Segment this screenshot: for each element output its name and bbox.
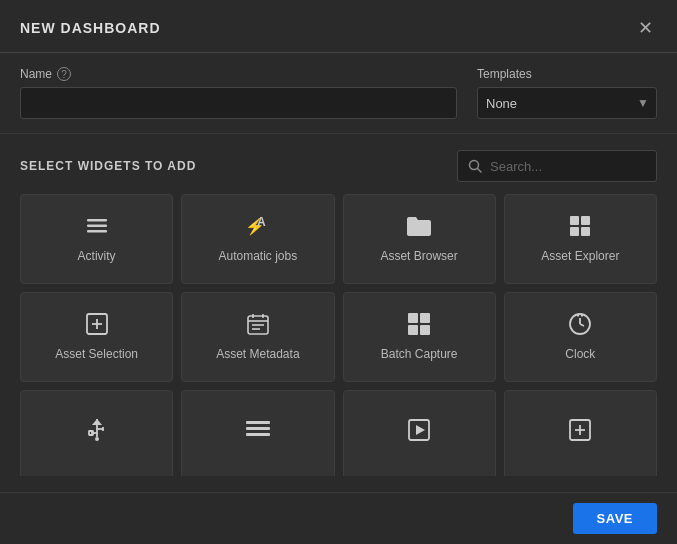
widget-batch-capture[interactable]: Batch Capture [343,292,496,382]
svg-line-1 [478,169,482,173]
svg-line-26 [580,324,584,326]
templates-label: Templates [477,67,657,81]
name-label: Name ? [20,67,457,81]
plus-box-icon [566,416,594,444]
svg-marker-41 [416,425,425,435]
widget-asset-selection[interactable]: Asset Selection [20,292,173,382]
widget-asset-browser[interactable]: Asset Browser [343,194,496,284]
add-square-icon [83,311,111,337]
widget-batch-capture-label: Batch Capture [381,347,458,363]
svg-marker-30 [92,419,102,425]
svg-text:A: A [257,215,266,229]
close-button[interactable]: ✕ [633,16,657,40]
svg-rect-36 [246,421,270,424]
auto-icon: ⚡ A [244,213,272,239]
widget-asset-metadata[interactable]: Asset Metadata [181,292,334,382]
lines-icon [83,213,111,239]
search-box [457,150,657,182]
svg-point-35 [95,437,99,441]
widget-plus-box[interactable] [504,390,657,476]
lines2-icon [244,416,272,444]
templates-select[interactable]: None Default Custom [477,87,657,119]
svg-rect-23 [420,325,430,335]
help-icon[interactable]: ? [57,67,71,81]
widgets-header: SELECT WIDGETS TO ADD [20,150,657,182]
widgets-section-title: SELECT WIDGETS TO ADD [20,159,196,173]
folder-icon [405,213,433,239]
widget-activity-label: Activity [78,249,116,265]
modal-title: NEW DASHBOARD [20,20,161,36]
svg-rect-7 [570,216,579,225]
clock-icon [566,311,594,337]
widget-usb[interactable] [20,390,173,476]
widgets-section: SELECT WIDGETS TO ADD [0,134,677,492]
usb-icon [83,416,111,444]
widget-asset-explorer-label: Asset Explorer [541,249,619,265]
svg-rect-38 [246,433,270,436]
svg-rect-4 [87,230,107,233]
grid4-icon [566,213,594,239]
new-dashboard-modal: NEW DASHBOARD ✕ Name ? Templates None De… [0,0,677,544]
modal-header: NEW DASHBOARD ✕ [0,0,677,53]
name-input[interactable] [20,87,457,119]
svg-rect-8 [581,216,590,225]
template-group: Templates None Default Custom ▼ [477,67,657,119]
widget-asset-selection-label: Asset Selection [55,347,138,363]
search-input[interactable] [490,159,646,174]
svg-rect-3 [87,225,107,228]
name-group: Name ? [20,67,457,119]
widgets-grid: Activity ⚡ A Automatic jobs [20,194,657,476]
grid-plus-icon [405,311,433,337]
widget-automatic-jobs-label: Automatic jobs [219,249,298,265]
svg-rect-22 [408,325,418,335]
widget-activity[interactable]: Activity [20,194,173,284]
templates-select-wrapper: None Default Custom ▼ [477,87,657,119]
widget-asset-metadata-label: Asset Metadata [216,347,299,363]
modal-footer: SAVE [0,492,677,544]
form-row: Name ? Templates None Default Custom ▼ [0,53,677,134]
svg-rect-21 [420,313,430,323]
svg-rect-2 [87,219,107,222]
calendar-lines-icon [244,311,272,337]
save-button[interactable]: SAVE [573,503,657,534]
search-icon [468,159,482,173]
widget-asset-explorer[interactable]: Asset Explorer [504,194,657,284]
svg-rect-10 [581,227,590,236]
widget-play-box[interactable] [343,390,496,476]
widget-lines2[interactable] [181,390,334,476]
svg-rect-37 [246,427,270,430]
widget-clock[interactable]: Clock [504,292,657,382]
widget-clock-label: Clock [565,347,595,363]
play-box-icon [405,416,433,444]
svg-rect-20 [408,313,418,323]
svg-rect-9 [570,227,579,236]
widget-asset-browser-label: Asset Browser [380,249,457,265]
widget-automatic-jobs[interactable]: ⚡ A Automatic jobs [181,194,334,284]
